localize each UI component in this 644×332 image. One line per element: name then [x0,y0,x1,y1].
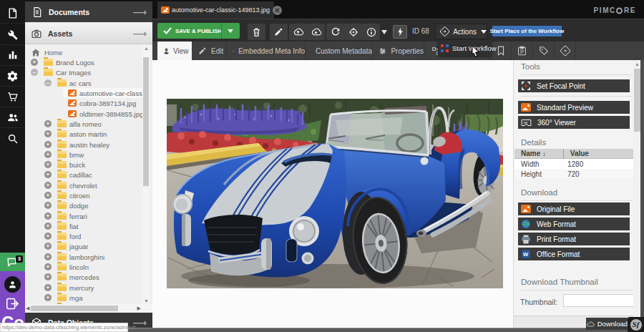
svg-text:VR: VR [523,120,527,124]
svg-text:W: W [523,251,529,258]
